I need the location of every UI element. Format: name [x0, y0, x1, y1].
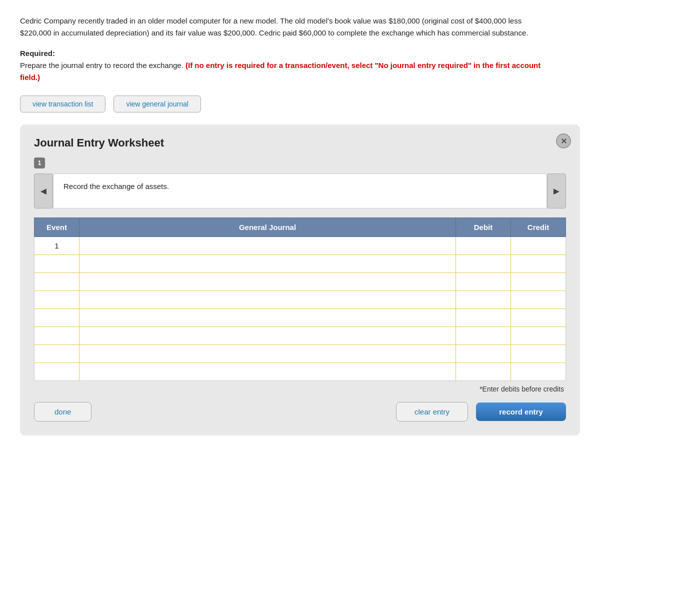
debit-cell[interactable]	[456, 237, 511, 255]
prev-arrow-button[interactable]: ◄	[34, 174, 53, 208]
event-cell: 1	[34, 237, 80, 255]
credit-cell[interactable]	[511, 273, 566, 291]
required-label: Required:	[20, 49, 545, 58]
debit-input[interactable]	[460, 259, 506, 269]
debit-input[interactable]	[460, 367, 506, 377]
journal-cell[interactable]	[80, 273, 456, 291]
hint-text: *Enter debits before credits	[34, 385, 566, 393]
bottom-buttons: done clear entry record entry	[34, 402, 566, 422]
top-buttons: view transaction list view general journ…	[20, 96, 680, 112]
credit-input[interactable]	[515, 241, 562, 251]
col-header-journal: General Journal	[80, 218, 456, 237]
credit-input[interactable]	[515, 331, 562, 341]
journal-cell[interactable]	[80, 291, 456, 309]
credit-cell[interactable]	[511, 309, 566, 327]
event-cell	[34, 291, 80, 309]
journal-cell[interactable]	[80, 345, 456, 363]
journal-cell[interactable]	[80, 327, 456, 345]
debit-input[interactable]	[460, 349, 506, 359]
journal-input[interactable]	[84, 241, 452, 251]
view-general-journal-button[interactable]: view general journal	[114, 96, 201, 112]
debit-input[interactable]	[460, 331, 506, 341]
journal-input[interactable]	[84, 331, 452, 341]
credit-cell[interactable]	[511, 291, 566, 309]
event-cell	[34, 273, 80, 291]
table-row	[34, 291, 566, 309]
table-row	[34, 273, 566, 291]
record-entry-button[interactable]: record entry	[476, 402, 566, 421]
journal-input[interactable]	[84, 295, 452, 305]
instruction-row: ◄ Record the exchange of assets. ►	[34, 174, 566, 208]
step-badge: 1	[34, 158, 45, 168]
journal-input[interactable]	[84, 277, 452, 287]
journal-cell[interactable]	[80, 237, 456, 255]
journal-cell[interactable]	[80, 309, 456, 327]
journal-input[interactable]	[84, 259, 452, 269]
next-arrow-button[interactable]: ►	[547, 174, 566, 208]
credit-input[interactable]	[515, 295, 562, 305]
table-row: 1	[34, 237, 566, 255]
table-row	[34, 255, 566, 273]
clear-entry-button[interactable]: clear entry	[396, 402, 468, 422]
journal-cell[interactable]	[80, 255, 456, 273]
credit-cell[interactable]	[511, 327, 566, 345]
credit-input[interactable]	[515, 259, 562, 269]
debit-input[interactable]	[460, 277, 506, 287]
journal-cell[interactable]	[80, 363, 456, 381]
journal-table-wrapper: Event General Journal Debit Credit 1	[34, 218, 566, 381]
table-row	[34, 345, 566, 363]
event-cell	[34, 309, 80, 327]
done-button[interactable]: done	[34, 402, 92, 422]
required-prepare: Prepare the journal entry to record the …	[20, 61, 184, 70]
debit-cell[interactable]	[456, 273, 511, 291]
journal-input[interactable]	[84, 349, 452, 359]
view-transaction-list-button[interactable]: view transaction list	[20, 96, 106, 112]
worksheet-title: Journal Entry Worksheet	[34, 136, 566, 150]
table-row	[34, 363, 566, 381]
col-header-debit: Debit	[456, 218, 511, 237]
credit-cell[interactable]	[511, 363, 566, 381]
debit-cell[interactable]	[456, 291, 511, 309]
event-cell	[34, 327, 80, 345]
required-text: Prepare the journal entry to record the …	[20, 60, 545, 84]
event-cell	[34, 345, 80, 363]
credit-input[interactable]	[515, 367, 562, 377]
journal-input[interactable]	[84, 313, 452, 323]
intro-text: Cedric Company recently traded in an old…	[20, 15, 545, 39]
debit-cell[interactable]	[456, 309, 511, 327]
debit-input[interactable]	[460, 295, 506, 305]
debit-cell[interactable]	[456, 327, 511, 345]
close-button[interactable]: ✕	[556, 134, 571, 148]
event-cell	[34, 255, 80, 273]
journal-input[interactable]	[84, 367, 452, 377]
credit-cell[interactable]	[511, 345, 566, 363]
credit-input[interactable]	[515, 349, 562, 359]
credit-input[interactable]	[515, 313, 562, 323]
worksheet-container: Journal Entry Worksheet ✕ 1 ◄ Record the…	[20, 124, 580, 436]
table-row	[34, 327, 566, 345]
event-cell	[34, 363, 80, 381]
col-header-event: Event	[34, 218, 80, 237]
credit-input[interactable]	[515, 277, 562, 287]
table-header-row: Event General Journal Debit Credit	[34, 218, 566, 237]
debit-cell[interactable]	[456, 363, 511, 381]
credit-cell[interactable]	[511, 237, 566, 255]
debit-input[interactable]	[460, 241, 506, 251]
journal-table: Event General Journal Debit Credit 1	[34, 218, 566, 381]
table-row	[34, 309, 566, 327]
credit-cell[interactable]	[511, 255, 566, 273]
instruction-box: Record the exchange of assets.	[53, 174, 547, 208]
col-header-credit: Credit	[511, 218, 566, 237]
debit-cell[interactable]	[456, 255, 511, 273]
required-section: Required: Prepare the journal entry to r…	[20, 49, 545, 84]
debit-input[interactable]	[460, 313, 506, 323]
debit-cell[interactable]	[456, 345, 511, 363]
